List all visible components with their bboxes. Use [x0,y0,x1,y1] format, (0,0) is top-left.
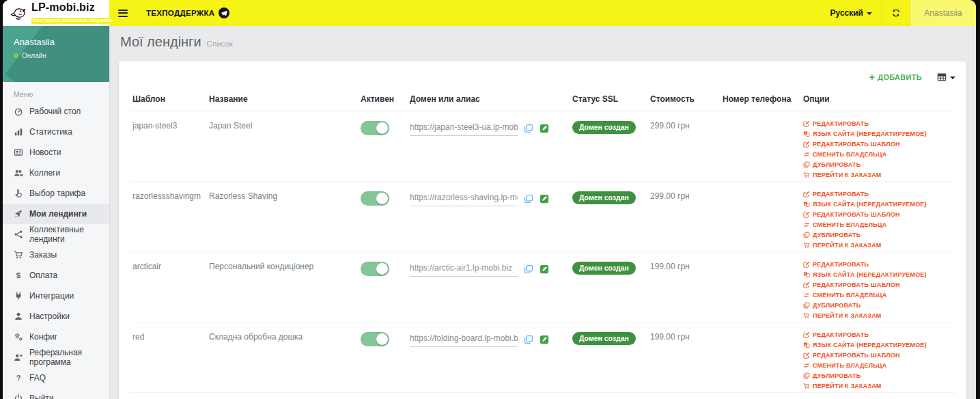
option-edit-pencil-link[interactable]: РЕДАКТИРОВАТЬ [803,189,953,199]
column-header: Статус SSL [570,89,647,111]
active-toggle[interactable] [361,332,389,346]
option-clone-link[interactable]: ДУБЛИРОВАТЬ [803,159,953,169]
option-exchange-link[interactable]: СМЕНИТЬ ВЛАДЕЛЬЦА [803,360,953,370]
sidebar-toggle-button[interactable] [109,0,137,26]
option-edit-pencil-link[interactable]: РЕДАКТИРОВАТЬ ШАБЛОН [803,209,953,219]
telegram-icon [219,8,229,18]
ssl-status-badge: Домен создан [572,191,636,204]
name-cell: Персональний кондиціонер [206,252,358,322]
table-row: arcticairПерсональний кондиціонерДомен с… [130,252,955,322]
option-clone-link[interactable]: ДУБЛИРОВАТЬ [803,230,953,240]
option-language-link[interactable]: AЯЗЫК САЙТА (НЕРЕДАКТИРУЕМОЕ) [803,128,953,139]
option-clone-link[interactable]: ДУБЛИРОВАТЬ [803,300,953,310]
option-label: ДУБЛИРОВАТЬ [813,302,860,309]
edit-domain-icon[interactable] [540,264,549,274]
edit-domain-icon[interactable] [540,335,549,344]
sidebar-item-newspaper[interactable]: Новости [3,142,109,163]
price-cell: 199.00 грн [647,252,720,322]
user-plus-icon [14,353,23,362]
edit-pencil-icon [803,352,810,359]
app-window: LP-mobi.biz Конструктор мобильных лендин… [3,0,976,399]
column-header: Стоимость [647,89,720,111]
option-language-link[interactable]: AЯЗЫК САЙТА (НЕРЕДАКТИРУЕМОЕ) [803,199,953,209]
option-language-link[interactable]: AЯЗЫК САЙТА (НЕРЕДАКТИРУЕМОЕ) [803,340,953,350]
copy-domain-icon[interactable] [524,335,533,344]
edit-domain-icon[interactable] [540,194,549,204]
copy-domain-icon[interactable] [524,194,533,204]
domain-input[interactable] [410,191,518,206]
option-edit-pencil-link[interactable]: РЕДАКТИРОВАТЬ ШАБЛОН [803,350,953,360]
option-language-link[interactable]: AЯЗЫК САЙТА (НЕРЕДАКТИРУЕМОЕ) [803,269,953,279]
ssl-status-badge: Домен создан [572,332,636,345]
sidebar-item-plug[interactable]: Интеграции [3,286,109,306]
option-exchange-link[interactable]: СМЕНИТЬ ВЛАДЕЛЬЦА [803,149,953,159]
table-row: clothes and shoesЧоловічі кросівкиДомен … [130,393,955,399]
edit-domain-icon[interactable] [540,124,549,133]
sidebar-item-power[interactable]: Выйти [3,388,109,399]
brand-subtitle: Конструктор мобильных лендингов [31,18,113,24]
sidebar-item-label: Реферальная программа [29,348,109,367]
option-edit-pencil-link[interactable]: РЕДАКТИРОВАТЬ ШАБЛОН [803,279,953,290]
topbar: LP-mobi.biz Конструктор мобильных лендин… [3,0,976,26]
domain-input[interactable] [410,262,518,277]
sidebar-item-user-plus[interactable]: Реферальная программа [3,347,109,368]
refresh-button[interactable] [882,0,910,26]
option-label: ЯЗЫК САЙТА (НЕРЕДАКТИРУЕМОЕ) [813,271,927,278]
sidebar-item-cart[interactable]: Заказы [3,245,109,265]
option-exchange-link[interactable]: СМЕНИТЬ ВЛАДЕЛЬЦА [803,219,953,230]
price-cell: 299.00 грн [647,111,720,182]
chevron-down-icon [867,12,872,15]
language-icon: A [803,130,810,137]
language-selector[interactable]: Русский [821,0,882,26]
active-toggle[interactable] [361,121,389,135]
option-cart-link[interactable]: ПЕРЕЙТИ К ЗАКАЗАМ [803,169,953,180]
svg-text:A: A [804,272,807,275]
option-edit-pencil-link[interactable]: РЕДАКТИРОВАТЬ ШАБЛОН [803,139,953,149]
domain-input[interactable] [410,121,518,136]
table-row: redСкладна обробна дошкаДомен создан199.… [130,322,955,393]
option-edit-pencil-link[interactable]: РЕДАКТИРОВАТЬ [803,329,953,340]
user-menu[interactable]: Anastasiia [910,0,976,26]
sidebar-item-users[interactable]: Коллеги [3,163,109,183]
table-view-dropdown[interactable] [937,72,955,82]
sidebar-item-hand-pointer[interactable]: Выбор тарифа [3,183,109,204]
option-edit-pencil-link[interactable]: РЕДАКТИРОВАТЬ [803,259,953,269]
plug-icon [14,291,23,301]
sidebar-item-share-nodes[interactable]: Коллективные лендинги [3,224,109,245]
sidebar-item-gears[interactable]: Конфиг [3,327,109,347]
option-cart-link[interactable]: ПЕРЕЙТИ К ЗАКАЗАМ [803,310,953,320]
sidebar-item-dashboard[interactable]: Рабочий стол [3,101,109,122]
sidebar-item-chart-bar[interactable]: Статистика [3,122,109,142]
active-toggle[interactable] [361,262,389,276]
brand-logo[interactable]: LP-mobi.biz Конструктор мобильных лендин… [3,0,109,26]
page-title: Мої лендінги [120,34,201,50]
option-exchange-link[interactable]: СМЕНИТЬ ВЛАДЕЛЬЦА [803,290,953,300]
phone-cell [720,182,800,252]
active-toggle[interactable] [361,191,389,206]
support-button[interactable]: ТЕХПОДДЕРЖКА [137,0,239,26]
sidebar-item-question[interactable]: ?FAQ [3,368,109,388]
cart-icon [14,250,23,260]
column-header: Шаблон [130,89,206,111]
option-cart-link[interactable]: ПЕРЕЙТИ К ЗАКАЗАМ [803,381,953,391]
sidebar-item-user[interactable]: Настройки [3,306,109,327]
sidebar-item-label: Новости [29,148,61,157]
sidebar-item-rocket[interactable]: Мои лендинги [3,204,109,224]
sidebar-item-dollar[interactable]: $Оплата [3,265,109,286]
template-cell: japan-steel3 [130,111,206,182]
option-edit-pencil-link[interactable]: РЕДАКТИРОВАТЬ [803,118,953,128]
option-label: ПЕРЕЙТИ К ЗАКАЗАМ [813,383,882,389]
copy-domain-icon[interactable] [524,264,533,274]
name-cell: Чоловічі кросівки [206,393,358,399]
option-clone-link[interactable]: ДУБЛИРОВАТЬ [803,370,953,381]
option-label: РЕДАКТИРОВАТЬ [813,120,869,127]
option-cart-link[interactable]: ПЕРЕЙТИ К ЗАКАЗАМ [803,240,953,250]
add-landing-button[interactable]: + ДОБАВИТЬ [869,72,922,83]
gears-icon [14,332,23,342]
option-label: СМЕНИТЬ ВЛАДЕЛЬЦА [813,292,886,299]
copy-domain-icon[interactable] [524,124,533,133]
language-icon: A [803,271,810,278]
chevron-down-icon [950,77,955,79]
users-icon [14,168,23,178]
domain-input[interactable] [410,332,518,347]
